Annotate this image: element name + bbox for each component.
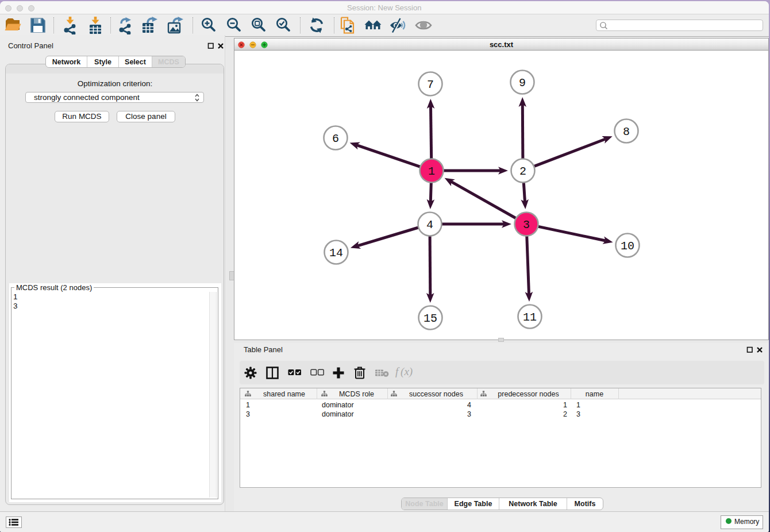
svg-text:6: 6 — [332, 132, 339, 145]
svg-text:1: 1 — [428, 165, 435, 178]
svg-text:14: 14 — [329, 246, 343, 260]
svg-text:9: 9 — [519, 76, 526, 90]
svg-text:8: 8 — [623, 125, 630, 138]
svg-text:4: 4 — [426, 218, 433, 232]
svg-text:15: 15 — [424, 312, 437, 325]
svg-text:10: 10 — [621, 240, 634, 253]
svg-text:7: 7 — [427, 78, 434, 91]
svg-text:3: 3 — [523, 218, 530, 232]
svg-text:2: 2 — [519, 165, 526, 178]
svg-text:11: 11 — [523, 311, 537, 324]
